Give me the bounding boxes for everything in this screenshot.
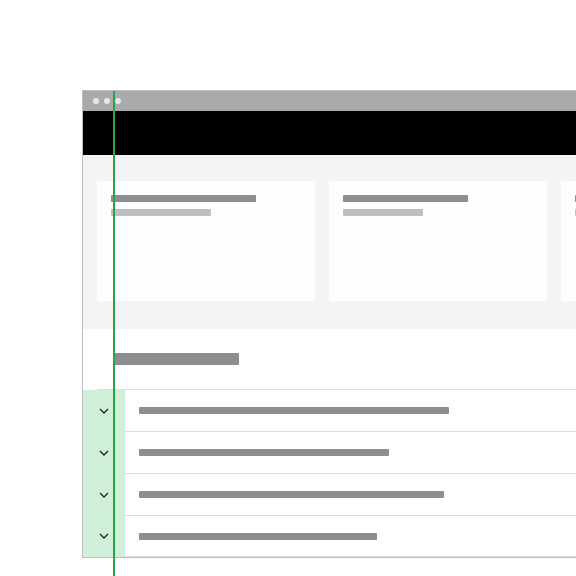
row-label-placeholder: [139, 407, 449, 414]
card[interactable]: [329, 181, 547, 301]
accordion-section: [83, 329, 576, 557]
accordion-row[interactable]: [97, 473, 576, 515]
expand-cell[interactable]: [83, 474, 125, 516]
chevron-down-icon: [99, 533, 109, 539]
page-content: [83, 155, 576, 557]
chevron-down-icon: [99, 450, 109, 456]
cards-row: [83, 165, 576, 329]
section-heading-placeholder: [113, 353, 239, 365]
card-subtitle-placeholder: [111, 209, 211, 216]
close-icon[interactable]: [93, 98, 99, 104]
window-title-bar: [83, 91, 576, 111]
card-title-placeholder: [111, 195, 256, 202]
expand-cell[interactable]: [83, 515, 125, 557]
chevron-down-icon: [99, 408, 109, 414]
card-subtitle-placeholder: [343, 209, 423, 216]
card-title-placeholder: [343, 195, 468, 202]
alignment-guide: [113, 91, 115, 576]
row-label-placeholder: [139, 491, 444, 498]
accordion-row[interactable]: [97, 389, 576, 431]
row-label-placeholder: [139, 533, 377, 540]
row-label-placeholder: [139, 449, 389, 456]
accordion-row[interactable]: [97, 515, 576, 557]
toolbar: [83, 111, 576, 155]
browser-window: [82, 90, 576, 558]
accordion-row[interactable]: [97, 431, 576, 473]
expand-cell[interactable]: [83, 432, 125, 474]
expand-cell[interactable]: [83, 390, 125, 432]
card[interactable]: [97, 181, 315, 301]
minimize-icon[interactable]: [104, 98, 110, 104]
card[interactable]: [561, 181, 576, 301]
maximize-icon[interactable]: [115, 98, 121, 104]
chevron-down-icon: [99, 492, 109, 498]
